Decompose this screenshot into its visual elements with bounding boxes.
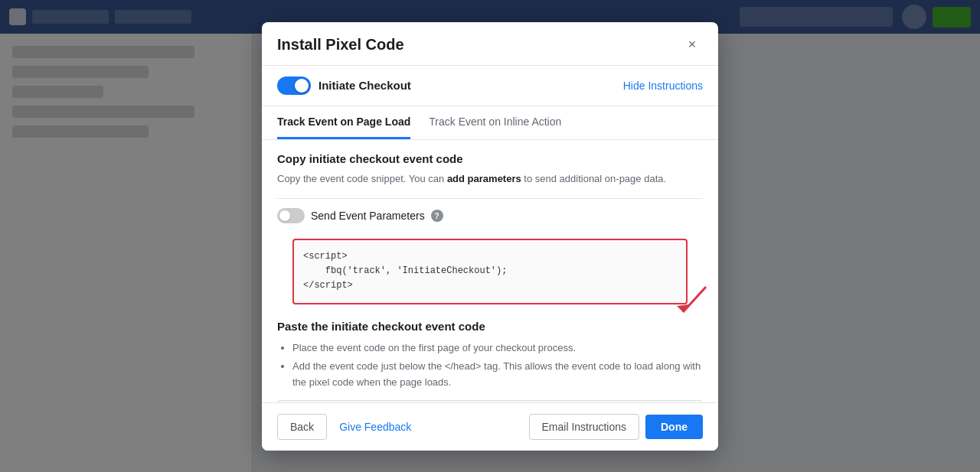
footer-right: Email Instructions Done <box>529 414 703 440</box>
paste-bullet-2: Add the event code just below the </head… <box>292 359 703 391</box>
close-icon: × <box>688 37 697 53</box>
code-snippet-box[interactable]: <script> fbq('track', 'InitiateCheckout'… <box>292 239 688 304</box>
copy-desc-link: add parameters <box>447 173 521 184</box>
toggle-row: Initiate Checkout Hide Instructions <box>262 66 718 106</box>
footer-left: Back Give Feedback <box>277 414 411 440</box>
paste-section-title: Paste the initiate checkout event code <box>277 320 703 333</box>
email-instructions-button[interactable]: Email Instructions <box>529 414 639 440</box>
toggle-slider <box>277 76 311 95</box>
copy-desc-prefix: Copy the event code snippet. You can <box>277 173 447 184</box>
tab-track-inline-action[interactable]: Track Event on Inline Action <box>429 106 561 139</box>
code-line-1: <script> <box>303 251 348 262</box>
modal-overlay: Install Pixel Code × Initiate Checkout H… <box>0 0 980 472</box>
code-snippet-container: <script> fbq('track', 'InitiateCheckout'… <box>277 239 703 304</box>
modal-footer: Back Give Feedback Email Instructions Do… <box>262 402 718 451</box>
copy-section: Copy initiate checkout event code Copy t… <box>262 140 718 199</box>
paste-bullet-list: Place the event code on the first page o… <box>277 340 703 391</box>
done-button[interactable]: Done <box>645 415 703 439</box>
code-line-3: </script> <box>303 280 353 291</box>
copy-section-desc: Copy the event code snippet. You can add… <box>277 171 703 187</box>
info-icon[interactable]: ? <box>431 210 443 222</box>
modal-header: Install Pixel Code × <box>262 22 718 66</box>
modal-close-button[interactable]: × <box>681 34 703 56</box>
code-line-2: fbq('track', 'InitiateCheckout'); <box>303 265 507 276</box>
send-params-label: Send Event Parameters <box>311 210 425 222</box>
paste-section: Paste the initiate checkout event code P… <box>262 311 718 402</box>
toggle-label: Initiate Checkout <box>318 79 411 92</box>
tabs-row: Track Event on Page Load Track Event on … <box>262 106 718 140</box>
copy-section-title: Copy initiate checkout event code <box>277 152 703 165</box>
back-button[interactable]: Back <box>277 414 327 440</box>
send-params-toggle[interactable] <box>277 208 305 223</box>
toggle-group: Initiate Checkout <box>277 76 411 95</box>
hide-instructions-button[interactable]: Hide Instructions <box>623 80 703 92</box>
paste-bullet-1: Place the event code on the first page o… <box>292 340 703 356</box>
modal-body: Initiate Checkout Hide Instructions Trac… <box>262 66 718 402</box>
install-pixel-modal: Install Pixel Code × Initiate Checkout H… <box>262 22 718 451</box>
send-params-slider <box>277 208 305 223</box>
tab-track-page-load[interactable]: Track Event on Page Load <box>277 106 410 139</box>
param-toggle-row: Send Event Parameters ? <box>262 199 718 233</box>
modal-title: Install Pixel Code <box>277 36 404 54</box>
initiate-checkout-toggle[interactable] <box>277 76 311 95</box>
give-feedback-button[interactable]: Give Feedback <box>339 421 411 433</box>
copy-desc-suffix: to send additional on-page data. <box>521 173 666 184</box>
